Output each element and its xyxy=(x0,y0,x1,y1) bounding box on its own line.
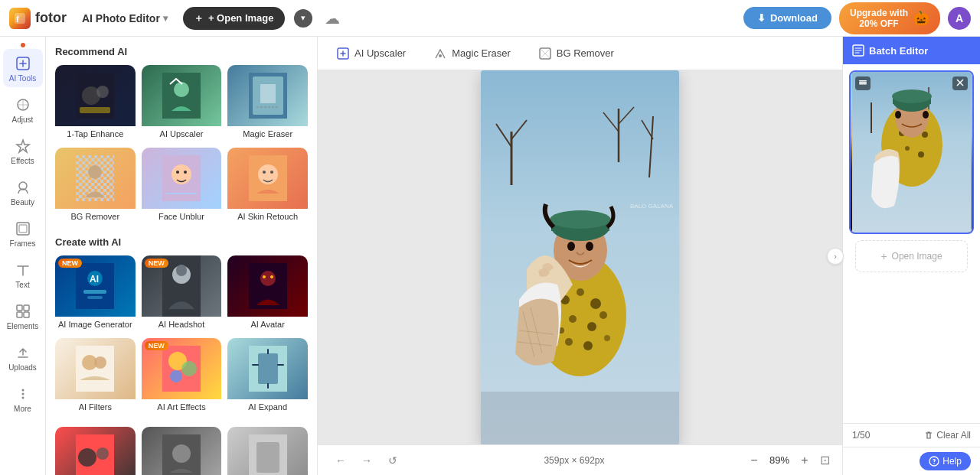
clear-all-button[interactable]: Clear All xyxy=(924,430,971,441)
tool-ai-expand[interactable]: AI Expand xyxy=(227,338,308,415)
tool-skin-retouch[interactable]: AI Skin Retouch xyxy=(227,148,308,224)
tool-face-unblur[interactable]: Face Unblur xyxy=(142,148,222,224)
canvas-toolbar: AI Upscaler Magic Eraser BG Remover xyxy=(318,37,842,70)
tool-bg-remover[interactable]: BG Remover xyxy=(55,148,136,224)
tool-face-unblur-label: Face Unblur xyxy=(142,209,222,224)
thumb-item-image xyxy=(851,72,972,233)
sidebar-more-label: More xyxy=(14,405,31,413)
tool-ai-filters[interactable]: AI Filters xyxy=(55,338,136,415)
download-button[interactable]: ⬇ Download xyxy=(743,7,831,29)
scroll-tool-1[interactable] xyxy=(55,427,136,475)
sidebar-item-frames[interactable]: Frames xyxy=(3,214,43,252)
sidebar-item-text[interactable]: Text xyxy=(3,255,43,294)
sidebar-item-more[interactable]: More xyxy=(3,379,43,418)
canvas-wrapper: BALO GALANA xyxy=(318,70,842,444)
thumb-scroll3 xyxy=(227,427,308,475)
svg-rect-22 xyxy=(260,84,276,103)
zoom-controls: − 89% + ⊡ xyxy=(745,451,830,470)
canvas-bottom-bar: ← → ↺ 359px × 692px − 89% + ⊡ xyxy=(318,444,842,475)
canvas-nav-controls: ← → ↺ xyxy=(330,450,403,471)
svg-rect-17 xyxy=(80,107,110,113)
sidebar-item-uploads[interactable]: Uploads xyxy=(3,338,43,376)
svg-rect-9 xyxy=(17,312,22,317)
ai-photo-editor-btn[interactable]: AI Photo Editor ▾ xyxy=(76,9,174,28)
tool-magic-eraser[interactable]: Magic Eraser xyxy=(227,65,308,142)
plus-icon: ＋ xyxy=(194,11,204,25)
batch-editor-label: Batch Editor xyxy=(869,45,928,57)
open-image-button[interactable]: ＋ + Open Image xyxy=(183,7,285,30)
sidebar-item-effects[interactable]: Effects xyxy=(3,132,43,170)
svg-rect-8 xyxy=(24,305,29,311)
sidebar-adjust-label: Adjust xyxy=(12,115,34,124)
tool-ai-headshot[interactable]: NEW AI Headshot xyxy=(142,255,222,332)
more-icon xyxy=(15,386,31,402)
avatar-initial: A xyxy=(956,12,963,24)
tool-art-effects-label: AI Art Effects xyxy=(142,399,222,415)
cloud-icon[interactable]: ☁ xyxy=(325,9,340,28)
sidebar-item-ai-tools[interactable]: AI Tools xyxy=(3,49,43,87)
batch-editor-header[interactable]: Batch Editor xyxy=(843,37,980,64)
open-image-panel-label: Open Image xyxy=(892,251,942,262)
sidebar-item-elements[interactable]: Elements xyxy=(3,297,43,335)
thumb-photo-svg xyxy=(852,72,972,233)
tool-eraser-label: Magic Eraser xyxy=(227,126,308,142)
tool-image-generator[interactable]: NEW AI AI Image Generator xyxy=(55,255,136,332)
thumb-eraser xyxy=(227,65,308,126)
svg-point-11 xyxy=(21,389,24,392)
ai-photo-editor-label: AI Photo Editor xyxy=(82,12,160,24)
thumb-scroll2 xyxy=(142,427,222,475)
avatar[interactable]: A xyxy=(948,7,971,30)
svg-text:BALO GALANA: BALO GALANA xyxy=(630,203,674,210)
tool-art-effects[interactable]: NEW AI Art Effects xyxy=(142,338,222,415)
tool-headshot-label: AI Headshot xyxy=(142,317,222,332)
redo-button[interactable]: → xyxy=(356,450,377,471)
svg-point-52 xyxy=(181,361,197,376)
scroll-tool-3[interactable] xyxy=(227,427,308,475)
tool-ai-upscaler[interactable]: AI Upscaler xyxy=(142,65,222,142)
sidebar-item-beauty[interactable]: Beauty xyxy=(3,173,43,211)
thumb-avatar xyxy=(227,255,308,317)
ai-upscaler-btn[interactable]: AI Upscaler xyxy=(330,44,412,63)
tool-ai-avatar[interactable]: AI Avatar xyxy=(227,255,308,332)
scroll-tool-2[interactable] xyxy=(142,427,222,475)
help-button[interactable]: Help xyxy=(920,452,971,470)
tool-bg-remover-label: BG Remover xyxy=(55,209,136,224)
tool-imggen-label: AI Image Generator xyxy=(55,317,136,332)
tool-1tap-enhance[interactable]: 1-Tap Enhance xyxy=(55,65,136,142)
help-label: Help xyxy=(942,456,962,467)
thumb-filters xyxy=(55,338,136,399)
thumb-scroll1 xyxy=(55,427,136,475)
svg-point-86 xyxy=(583,341,593,350)
upgrade-button[interactable]: Upgrade with20% OFF 🎃 xyxy=(839,2,940,34)
svg-point-33 xyxy=(263,171,266,174)
uploads-icon xyxy=(15,344,31,361)
tool-expand-label: AI Expand xyxy=(227,399,308,415)
thumb-layers-icon xyxy=(855,76,871,90)
zoom-in-button[interactable]: + xyxy=(795,451,814,470)
svg-point-45 xyxy=(263,275,266,278)
pumpkin-icon: 🎃 xyxy=(913,10,929,27)
magic-eraser-btn[interactable]: Magic Eraser xyxy=(427,44,517,63)
main-photo: BALO GALANA xyxy=(481,70,679,444)
plus-icon-panel: + xyxy=(880,250,887,262)
sidebar-item-adjust[interactable]: Adjust xyxy=(3,90,43,129)
undo-button[interactable]: ← xyxy=(330,450,351,471)
thumb-delete-icon[interactable] xyxy=(952,76,968,90)
open-image-panel[interactable]: + Open Image xyxy=(855,240,968,272)
thumb-item xyxy=(849,70,974,234)
thumb-upscaler xyxy=(142,65,222,126)
collapse-panel-button[interactable]: › xyxy=(827,248,844,265)
download-label: Download xyxy=(770,12,818,24)
svg-rect-118 xyxy=(859,80,867,82)
new-badge-arteffects: NEW xyxy=(145,341,168,350)
logo[interactable]: f fotor xyxy=(9,8,67,29)
open-image-arrow-button[interactable]: ▾ xyxy=(294,9,312,28)
svg-point-30 xyxy=(184,171,187,174)
bg-remover-btn[interactable]: BG Remover xyxy=(532,44,620,63)
svg-point-60 xyxy=(172,444,191,463)
reset-button[interactable]: ↺ xyxy=(382,450,403,471)
zoom-out-button[interactable]: − xyxy=(745,451,763,470)
upgrade-label: Upgrade with20% OFF xyxy=(850,8,908,29)
svg-point-34 xyxy=(270,171,273,174)
tool-upscaler-label: AI Upscaler xyxy=(142,126,222,142)
